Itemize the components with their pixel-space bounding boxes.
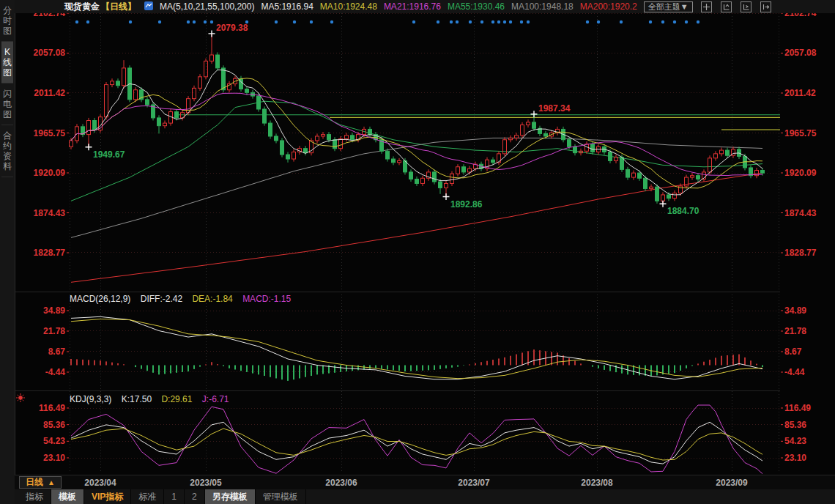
ma10-value: MA10:1924.48 bbox=[320, 1, 377, 12]
svg-text:1965.75: 1965.75 bbox=[784, 128, 817, 138]
svg-text:2057.08: 2057.08 bbox=[784, 48, 817, 58]
ma-short-lines bbox=[71, 70, 762, 195]
x-axis-label: 2023/04 bbox=[84, 478, 116, 488]
svg-text:21.78: 21.78 bbox=[784, 326, 806, 336]
svg-text:34.89: 34.89 bbox=[43, 305, 65, 316]
theme-dropdown-button[interactable]: 全部主题▼ bbox=[644, 1, 693, 12]
svg-text:1920.09: 1920.09 bbox=[784, 168, 817, 178]
kdj-panel bbox=[71, 405, 762, 474]
indicator-settings-icon[interactable] bbox=[15, 393, 26, 406]
bottom-tab-3[interactable]: 标准 bbox=[131, 489, 164, 504]
svg-text:23.10: 23.10 bbox=[43, 453, 65, 463]
svg-text:85.36: 85.36 bbox=[784, 420, 806, 430]
kdj-title: KDJ(9,3,3) bbox=[70, 394, 111, 404]
svg-text:2011.42: 2011.42 bbox=[34, 88, 65, 98]
period-label: 【日线】 bbox=[101, 1, 136, 13]
date-axis-row: 日线▲ 2023/042023/052023/062023/072023/082… bbox=[15, 475, 835, 490]
trading-app: 2102.742102.742057.082057.082011.422011.… bbox=[0, 0, 835, 504]
bottom-tab-4[interactable]: 1 bbox=[164, 489, 185, 504]
event-dots bbox=[75, 21, 699, 23]
svg-text:1949.67: 1949.67 bbox=[93, 149, 125, 160]
svg-text:1828.77: 1828.77 bbox=[784, 248, 817, 258]
svg-text:8.67: 8.67 bbox=[784, 346, 802, 357]
svg-text:1874.43: 1874.43 bbox=[784, 208, 817, 218]
period-selector-label: 日线 bbox=[26, 477, 43, 487]
svg-text:1884.70: 1884.70 bbox=[667, 206, 699, 216]
bottom-tab-2[interactable]: VIP指标 bbox=[84, 489, 131, 504]
svg-text:23.10: 23.10 bbox=[784, 453, 806, 463]
ma21-value: MA21:1916.76 bbox=[384, 1, 441, 12]
kdj-j-value: J:-6.71 bbox=[202, 394, 229, 404]
candles bbox=[70, 34, 765, 204]
kdj-k-value: K:17.50 bbox=[122, 394, 152, 404]
svg-text:1874.43: 1874.43 bbox=[34, 208, 66, 218]
svg-text:54.23: 54.23 bbox=[784, 436, 806, 446]
triangle-up-icon: ▲ bbox=[48, 478, 55, 486]
svg-text:54.23: 54.23 bbox=[43, 436, 65, 446]
pan-icon[interactable] bbox=[701, 1, 712, 12]
left-sidebar: 分时图 K线图 闪电图 合约资料 bbox=[0, 0, 15, 504]
svg-text:-4.44: -4.44 bbox=[784, 367, 805, 377]
ma5-value: MA5:1916.94 bbox=[261, 1, 313, 12]
bottom-tab-5[interactable]: 2 bbox=[185, 489, 205, 504]
x-axis-label: 2023/07 bbox=[458, 478, 489, 488]
macd-header: MACD(26,12,9) DIFF:-2.42 DEA:-1.84 MACD:… bbox=[70, 294, 298, 304]
kdj-d-value: D:29.61 bbox=[161, 394, 192, 404]
bottom-tab-0[interactable]: 指标 bbox=[18, 489, 51, 504]
x-axis-label: 2023/09 bbox=[716, 478, 747, 488]
kdj-header: KDJ(9,3,3) K:17.50 D:29.61 J:-6.71 bbox=[70, 394, 236, 404]
svg-text:1892.86: 1892.86 bbox=[450, 199, 483, 210]
svg-text:2079.38: 2079.38 bbox=[216, 23, 248, 33]
svg-text:1965.75: 1965.75 bbox=[34, 128, 66, 138]
svg-text:2011.42: 2011.42 bbox=[784, 88, 816, 98]
sidebar-tab-contract-info[interactable]: 合约资料 bbox=[1, 125, 13, 177]
topbar-right-group: 全部主题▼ bbox=[644, 1, 831, 12]
scale-right-icon[interactable] bbox=[741, 1, 752, 12]
sidebar-tab-lightning-chart[interactable]: 闪电图 bbox=[1, 84, 13, 125]
svg-text:8.67: 8.67 bbox=[48, 346, 66, 357]
ma-settings-label: MA(5,10,21,55,100,200) bbox=[160, 1, 254, 12]
macd-dea-value: DEA:-1.84 bbox=[192, 294, 232, 304]
macd-macd-value: MACD:-1.15 bbox=[242, 294, 291, 304]
x-axis-label: 2023/08 bbox=[581, 478, 612, 488]
svg-text:116.49: 116.49 bbox=[784, 403, 811, 413]
svg-text:2057.08: 2057.08 bbox=[34, 48, 66, 58]
period-selector[interactable]: 日线▲ bbox=[19, 476, 62, 489]
bottom-tab-6[interactable]: 另存模板 bbox=[205, 489, 256, 504]
svg-text:1828.77: 1828.77 bbox=[34, 248, 66, 258]
ma200-value: MA200:1920.2 bbox=[580, 1, 637, 12]
svg-text:-4.44: -4.44 bbox=[45, 367, 66, 377]
shift-right-icon[interactable] bbox=[760, 1, 771, 12]
x-axis-label: 2023/06 bbox=[325, 478, 357, 488]
svg-text:34.89: 34.89 bbox=[784, 305, 806, 316]
svg-text:21.78: 21.78 bbox=[43, 326, 65, 336]
macd-title: MACD(26,12,9) bbox=[70, 294, 130, 304]
svg-text:116.49: 116.49 bbox=[39, 403, 65, 413]
bottom-tab-7[interactable]: 管理模板 bbox=[256, 489, 306, 504]
svg-text:1987.34: 1987.34 bbox=[538, 103, 571, 114]
scale-left-icon[interactable] bbox=[721, 1, 732, 12]
top-bar: 现货黄金 【日线】 MA(5,10,21,55,100,200) MA5:191… bbox=[15, 0, 835, 13]
svg-text:85.36: 85.36 bbox=[43, 420, 65, 430]
macd-panel bbox=[70, 316, 763, 381]
mini-chart-icon bbox=[144, 1, 153, 12]
bottom-tab-1[interactable]: 模板 bbox=[51, 489, 84, 504]
ma100-value: MA100:1948.18 bbox=[511, 1, 574, 12]
ma55-value: MA55:1930.46 bbox=[448, 1, 505, 12]
macd-diff-value: DIFF:-2.42 bbox=[141, 294, 182, 304]
bottom-toolbar: 指标模板VIP指标标准12另存模板管理模板 bbox=[15, 489, 835, 504]
sidebar-tab-time-chart[interactable]: 分时图 bbox=[1, 0, 13, 42]
sidebar-tab-kline-chart[interactable]: K线图 bbox=[1, 42, 13, 84]
symbol-title: 现货黄金 bbox=[64, 1, 100, 13]
x-axis-label: 2023/05 bbox=[190, 478, 221, 488]
chart-canvas[interactable]: 2102.742102.742057.082057.082011.422011.… bbox=[0, 0, 835, 504]
svg-text:1920.09: 1920.09 bbox=[34, 168, 66, 178]
